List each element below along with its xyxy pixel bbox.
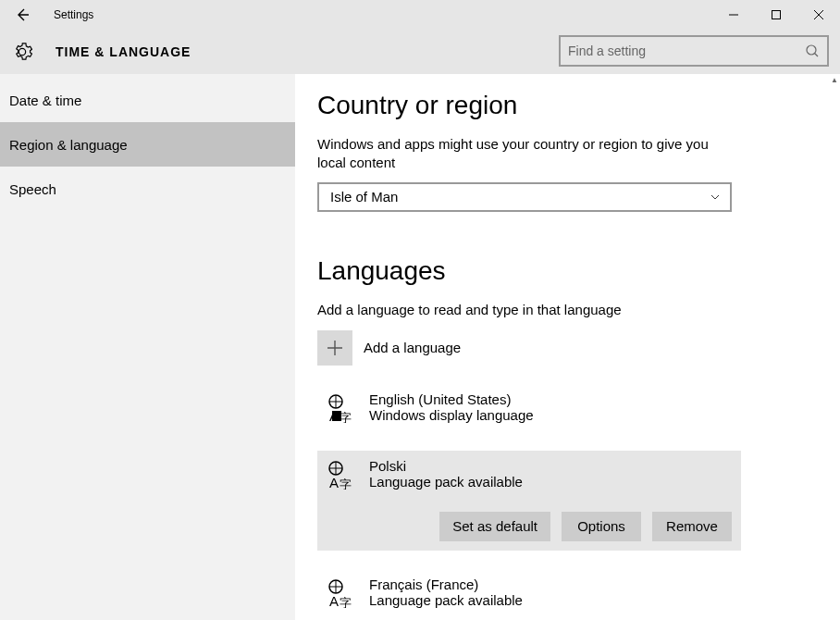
- minimize-button[interactable]: [712, 0, 755, 30]
- svg-text:A: A: [329, 408, 339, 423]
- region-heading: Country or region: [317, 91, 840, 120]
- language-text: Français (France) Language pack availabl…: [369, 577, 523, 608]
- language-name: English (United States): [369, 391, 534, 407]
- content: Country or region Windows and apps might…: [295, 74, 840, 620]
- language-icon: A 字: [327, 460, 356, 490]
- page-title: TIME & LANGUAGE: [56, 44, 191, 59]
- svg-text:A: A: [329, 593, 339, 608]
- language-name: Français (France): [369, 577, 523, 592]
- sidebar-item-label: Speech: [9, 181, 56, 197]
- language-sub: Language pack available: [369, 592, 523, 608]
- options-button[interactable]: Options: [562, 512, 641, 541]
- language-sub: Language pack available: [369, 474, 523, 490]
- add-language-button[interactable]: Add a language: [317, 330, 840, 366]
- languages-description: Add a language to read and type in that …: [317, 301, 724, 319]
- minimize-icon: [729, 10, 738, 19]
- search-box[interactable]: [559, 35, 829, 67]
- svg-text:A: A: [329, 475, 339, 490]
- scroll-up-icon: ▲: [829, 74, 840, 85]
- languages-heading: Languages: [317, 256, 840, 286]
- language-name: Polski: [369, 458, 523, 474]
- chevron-down-icon: [710, 192, 721, 203]
- sidebar-item-speech[interactable]: Speech: [0, 167, 295, 211]
- language-icon: A 字: [327, 578, 356, 608]
- back-button[interactable]: [0, 0, 44, 30]
- language-text: English (United States) Windows display …: [369, 391, 534, 423]
- language-icon: A 字: [327, 393, 356, 423]
- window-controls: [712, 0, 840, 30]
- sidebar-item-label: Date & time: [9, 93, 81, 108]
- close-icon: [814, 10, 823, 19]
- body: Date & time Region & language Speech Cou…: [0, 74, 840, 620]
- language-buttons: Set as default Options Remove: [327, 512, 732, 541]
- language-sub: Windows display language: [369, 407, 534, 423]
- back-arrow-icon: [15, 7, 30, 22]
- close-button[interactable]: [797, 0, 840, 30]
- maximize-button[interactable]: [755, 0, 797, 30]
- sidebar-item-date-time[interactable]: Date & time: [0, 78, 295, 122]
- sidebar-item-region-language[interactable]: Region & language: [0, 122, 295, 167]
- add-language-label: Add a language: [364, 340, 461, 355]
- language-item-polski[interactable]: A 字 Polski Language pack available Set a…: [317, 451, 741, 551]
- country-dropdown[interactable]: Isle of Man: [317, 182, 732, 212]
- sidebar-item-label: Region & language: [9, 137, 128, 153]
- gear-icon: [11, 41, 33, 63]
- titlebar: Settings: [0, 0, 840, 30]
- search-icon: [805, 43, 820, 58]
- language-text: Polski Language pack available: [369, 458, 523, 490]
- window-title: Settings: [54, 8, 93, 21]
- maximize-icon: [772, 10, 781, 19]
- set-default-button[interactable]: Set as default: [439, 512, 550, 541]
- svg-rect-0: [772, 11, 781, 19]
- languages-section: Languages Add a language to read and typ…: [317, 256, 840, 617]
- remove-button[interactable]: Remove: [652, 512, 732, 541]
- svg-text:字: 字: [340, 411, 352, 423]
- region-description: Windows and apps might use your country …: [317, 135, 724, 173]
- language-item-english[interactable]: A 字 English (United States) Windows disp…: [317, 384, 741, 432]
- plus-icon: [317, 330, 352, 366]
- sidebar: Date & time Region & language Speech: [0, 74, 295, 620]
- scrollbar[interactable]: ▲: [829, 74, 840, 620]
- search-input[interactable]: [568, 43, 805, 58]
- svg-text:字: 字: [340, 596, 352, 608]
- language-item-francais[interactable]: A 字 Français (France) Language pack avai…: [317, 569, 741, 617]
- header: TIME & LANGUAGE: [0, 30, 840, 74]
- svg-text:字: 字: [340, 477, 352, 490]
- country-selected: Isle of Man: [330, 189, 398, 205]
